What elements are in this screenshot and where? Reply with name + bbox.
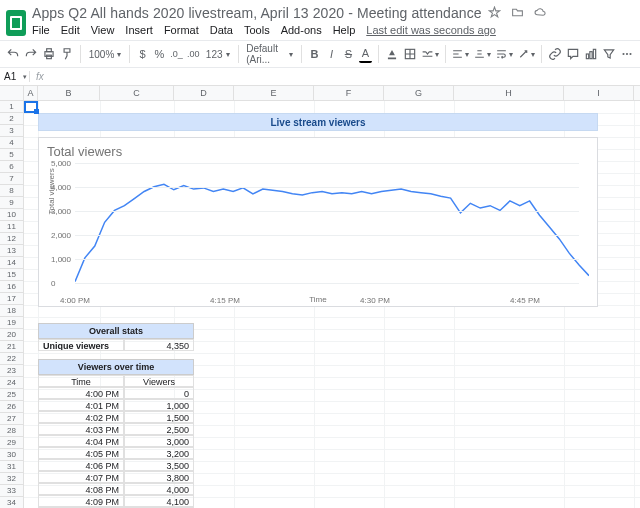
redo-icon[interactable] — [24, 45, 38, 63]
row-header-2[interactable]: 2 — [0, 113, 23, 125]
row-header-32[interactable]: 32 — [0, 473, 23, 485]
table-row: 4:06 PM3,500 — [38, 459, 194, 471]
spreadsheet-grid[interactable]: ABCDEFGHI 123456789101112131415161718192… — [0, 86, 640, 508]
strike-button[interactable]: S — [342, 45, 355, 63]
select-all-corner[interactable] — [0, 86, 24, 100]
svg-point-9 — [626, 53, 628, 55]
comment-icon[interactable] — [566, 45, 580, 63]
row-header-25[interactable]: 25 — [0, 389, 23, 401]
row-header-6[interactable]: 6 — [0, 161, 23, 173]
col-header-I[interactable]: I — [564, 86, 634, 101]
row-header-33[interactable]: 33 — [0, 485, 23, 497]
row-header-10[interactable]: 10 — [0, 209, 23, 221]
zoom-select[interactable]: 100% — [87, 49, 124, 60]
svg-rect-5 — [586, 54, 588, 59]
link-icon[interactable] — [548, 45, 562, 63]
col-header-G[interactable]: G — [384, 86, 454, 101]
row-header-29[interactable]: 29 — [0, 437, 23, 449]
star-icon[interactable] — [488, 6, 501, 21]
selected-cell[interactable] — [24, 101, 38, 113]
v-align-icon[interactable] — [473, 45, 491, 63]
font-select[interactable]: Default (Ari... — [244, 43, 295, 65]
row-header-14[interactable]: 14 — [0, 257, 23, 269]
menu-tools[interactable]: Tools — [244, 24, 270, 36]
cell-time: 4:04 PM — [38, 435, 124, 447]
more-icon[interactable] — [620, 45, 634, 63]
cell-time: 4:08 PM — [38, 483, 124, 495]
menu-view[interactable]: View — [91, 24, 115, 36]
move-icon[interactable] — [511, 6, 524, 21]
row-header-23[interactable]: 23 — [0, 365, 23, 377]
menu-edit[interactable]: Edit — [61, 24, 80, 36]
row-header-16[interactable]: 16 — [0, 281, 23, 293]
cloud-icon[interactable] — [534, 6, 547, 21]
row-header-31[interactable]: 31 — [0, 461, 23, 473]
row-header-18[interactable]: 18 — [0, 305, 23, 317]
menu-format[interactable]: Format — [164, 24, 199, 36]
menu-addons[interactable]: Add-ons — [281, 24, 322, 36]
col-header-C[interactable]: C — [100, 86, 174, 101]
row-header-13[interactable]: 13 — [0, 245, 23, 257]
last-edit[interactable]: Last edit was seconds ago — [366, 24, 496, 36]
print-icon[interactable] — [42, 45, 56, 63]
row-header-26[interactable]: 26 — [0, 401, 23, 413]
col-header-D[interactable]: D — [174, 86, 234, 101]
text-color-button[interactable]: A — [359, 45, 372, 63]
row-header-15[interactable]: 15 — [0, 269, 23, 281]
document-title[interactable]: Apps Q2 All hands 2020 livestream, April… — [32, 5, 482, 21]
row-header-1[interactable]: 1 — [0, 101, 23, 113]
toolbar: 100% $ % .0_ .00 123 Default (Ari... B I… — [0, 40, 640, 68]
row-header-9[interactable]: 9 — [0, 197, 23, 209]
h-align-icon[interactable] — [451, 45, 469, 63]
decrease-decimal-icon[interactable]: .0_ — [170, 45, 183, 63]
row-header-12[interactable]: 12 — [0, 233, 23, 245]
borders-icon[interactable] — [403, 45, 417, 63]
row-header-4[interactable]: 4 — [0, 137, 23, 149]
row-header-19[interactable]: 19 — [0, 317, 23, 329]
wrap-icon[interactable] — [495, 45, 513, 63]
menu-data[interactable]: Data — [210, 24, 233, 36]
currency-icon[interactable]: $ — [136, 45, 149, 63]
increase-decimal-icon[interactable]: .00 — [187, 45, 200, 63]
row-header-24[interactable]: 24 — [0, 377, 23, 389]
svg-rect-7 — [593, 49, 595, 58]
row-header-21[interactable]: 21 — [0, 341, 23, 353]
undo-icon[interactable] — [6, 45, 20, 63]
col-header-E[interactable]: E — [234, 86, 314, 101]
row-header-27[interactable]: 27 — [0, 413, 23, 425]
row-header-34[interactable]: 34 — [0, 497, 23, 508]
chart-icon[interactable] — [584, 45, 598, 63]
svg-rect-1 — [47, 49, 52, 52]
menu-insert[interactable]: Insert — [125, 24, 153, 36]
row-header-5[interactable]: 5 — [0, 149, 23, 161]
table-row: 4:02 PM1,500 — [38, 411, 194, 423]
filter-icon[interactable] — [602, 45, 616, 63]
italic-button[interactable]: I — [325, 45, 338, 63]
row-header-17[interactable]: 17 — [0, 293, 23, 305]
row-header-30[interactable]: 30 — [0, 449, 23, 461]
col-header-F[interactable]: F — [314, 86, 384, 101]
row-header-3[interactable]: 3 — [0, 125, 23, 137]
col-header-H[interactable]: H — [454, 86, 564, 101]
row-header-8[interactable]: 8 — [0, 185, 23, 197]
rotate-icon[interactable] — [517, 45, 535, 63]
row-header-20[interactable]: 20 — [0, 329, 23, 341]
col-header-B[interactable]: B — [38, 86, 100, 101]
fill-color-icon[interactable] — [385, 45, 399, 63]
merge-icon[interactable] — [421, 45, 439, 63]
paint-format-icon[interactable] — [60, 45, 74, 63]
row-header-28[interactable]: 28 — [0, 425, 23, 437]
sheets-logo[interactable] — [6, 10, 26, 36]
name-box[interactable]: A1 — [0, 71, 30, 82]
menu-help[interactable]: Help — [333, 24, 356, 36]
vot-col-viewers: Viewers — [124, 375, 194, 387]
menu-file[interactable]: File — [32, 24, 50, 36]
col-header-A[interactable]: A — [24, 86, 38, 101]
chart-total-viewers[interactable]: Total viewers Total viewers 01,0002,0003… — [38, 137, 598, 307]
row-header-22[interactable]: 22 — [0, 353, 23, 365]
row-header-11[interactable]: 11 — [0, 221, 23, 233]
percent-icon[interactable]: % — [153, 45, 166, 63]
number-format-select[interactable]: 123 — [204, 49, 232, 60]
bold-button[interactable]: B — [308, 45, 321, 63]
row-header-7[interactable]: 7 — [0, 173, 23, 185]
